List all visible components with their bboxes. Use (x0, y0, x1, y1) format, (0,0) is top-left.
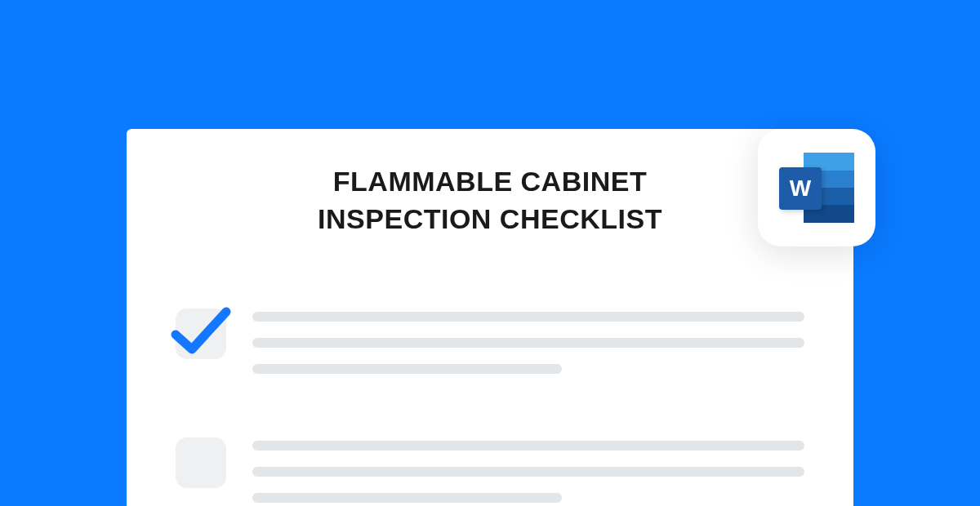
word-icon-letter: W (790, 175, 811, 202)
document-title: FLAMMABLE CABINET INSPECTION CHECKLIST (253, 163, 727, 238)
checkbox-checked[interactable] (176, 308, 226, 359)
document-card: FLAMMABLE CABINET INSPECTION CHECKLIST (127, 129, 853, 506)
microsoft-word-icon: W (779, 153, 854, 223)
placeholder-line (252, 364, 562, 374)
checklist (176, 308, 804, 506)
item-text-placeholder (252, 437, 804, 506)
placeholder-line (252, 338, 804, 348)
word-file-badge[interactable]: W (758, 129, 875, 246)
checkmark-icon (167, 304, 234, 362)
checklist-item (176, 437, 804, 506)
word-icon-letter-box: W (779, 167, 822, 210)
checklist-item (176, 308, 804, 390)
placeholder-line (252, 312, 804, 322)
placeholder-line (252, 493, 562, 503)
placeholder-line (252, 467, 804, 477)
placeholder-line (252, 441, 804, 451)
item-text-placeholder (252, 308, 804, 390)
checkbox-unchecked[interactable] (176, 437, 226, 488)
